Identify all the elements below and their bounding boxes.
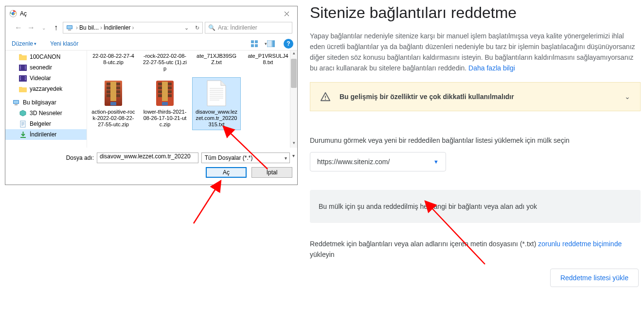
page-title: Sitenize bağlantıları reddetme [310,4,641,22]
pc-icon [66,24,73,32]
view-thumbnails-icon[interactable] [251,40,265,47]
filename-input[interactable]: disavow_www.lezzet.com.tr_20220 [97,153,198,163]
download-icon [19,131,27,138]
file-label: ate_P1VRSULJ48.txt [246,53,290,66]
disavow-page: Sitenize bağlantıları reddetme Yapay bağ… [310,4,641,287]
svg-rect-15 [15,104,18,105]
sidebar-item-label: seonedir [30,64,52,71]
file-label: 22-02-08-22-27-48-utc.zip [91,53,135,66]
section-label: Durumunu görmek veya yeni bir reddedilen… [310,136,570,144]
dropdown-icon: ▼ [433,159,439,165]
sidebar-item-3d[interactable]: 3D Nesneler [5,108,87,119]
property-value: https://www.siteniz.com/ [317,158,390,166]
page-description: Yapay bağlantılar nedeniyle sitenize kar… [310,31,641,73]
video-folder-icon [19,64,27,71]
organize-menu[interactable]: Düzenle▾ [9,39,39,49]
upload-button[interactable]: Reddetme listesi yükle [550,269,639,287]
file-label: ate_71XJB39SGZ.txt [195,53,238,66]
folder-icon [19,85,27,93]
warning-banner[interactable]: Bu gelişmiş bir özelliktir ve çok dikkat… [310,82,641,111]
sidebar-item-label: Belgeler [30,120,51,127]
file-item[interactable]: ate_P1VRSULJ48.txt [244,51,292,74]
sidebar-item-documents[interactable]: Belgeler [5,119,87,129]
cube-icon [19,109,27,117]
sidebar-item-100canon[interactable]: 100CANON [5,51,87,62]
property-select[interactable]: https://www.siteniz.com/ ▼ [310,152,446,171]
chevron-right-icon[interactable]: › [74,24,79,31]
file-item[interactable]: 22-02-08-22-27-48-utc.zip [89,51,138,74]
sidebar-item-label: Bu bilgisayar [23,99,56,106]
svg-rect-6 [255,40,258,43]
upload-instruction: Reddetmek için bağlantıları veya alan ad… [310,238,641,260]
search-placeholder: Ara: İndirilenler [218,24,257,31]
expand-icon[interactable]: ⌄ [625,93,630,101]
refresh-icon[interactable]: ↻ [192,25,202,31]
scroll-up-icon[interactable]: ▴ [290,51,297,58]
rar-icon [100,80,127,107]
nav-recent-icon[interactable]: ⌄ [38,25,49,31]
sidebar-item-thispc[interactable]: Bu bilgisayar [5,97,87,108]
scroll-down-icon[interactable]: ▾ [290,140,297,148]
breadcrumb-seg-1[interactable]: Bu bil... [79,24,99,31]
format-link[interactable]: zorunlu reddetme biçiminde [538,240,622,248]
file-open-dialog: Aç ← → ⌄ ↑ › Bu bil... › İndirilenler › … [5,6,298,185]
search-icon: 🔍 [208,24,215,31]
file-label: disavow_www.lezzet.com.tr_20220315.txt [195,109,238,128]
sidebar-item-yazzaryedek[interactable]: yazzaryedek [5,84,87,94]
chevron-right-icon[interactable]: › [99,24,104,31]
scroll-thumb[interactable] [291,59,297,88]
svg-rect-32 [325,96,326,98]
cancel-button[interactable]: İptal [251,167,292,178]
address-dropdown-icon[interactable]: ⌄ [181,25,192,31]
svg-rect-31 [162,102,168,105]
file-pane[interactable]: 22-02-08-22-27-48-utc.zip -rock-2022-02-… [87,51,297,148]
property-section: Durumunu görmek veya yeni bir reddedilen… [310,136,641,260]
file-item[interactable]: lower-thirds-2021-08-26-17-10-21-utc.zip [141,77,189,130]
file-item-selected[interactable]: disavow_www.lezzet.com.tr_20220315.txt [192,77,241,130]
file-label: -rock-2022-02-08-22-27-55-utc (1).zip [143,53,187,72]
learn-more-link[interactable]: Daha fazla bilgi [468,64,515,72]
sidebar-item-label: İndirilenler [30,131,56,138]
rar-icon [151,80,179,107]
sidebar-item-label: 100CANON [30,53,60,60]
svg-rect-9 [267,40,272,47]
warning-icon [320,91,331,102]
file-item[interactable]: action-positive-rock-2022-02-08-22-27-55… [89,77,138,130]
search-input[interactable]: 🔍 Ara: İndirilenler [205,22,292,34]
sidebar-item-label: 3D Nesneler [30,110,62,117]
close-button[interactable] [276,7,297,21]
open-button[interactable]: Aç [206,167,247,178]
sidebar-item-videolar[interactable]: Videolar [5,73,87,84]
nav-row: ← → ⌄ ↑ › Bu bil... › İndirilenler › ⌄ ↻… [5,21,297,37]
filetype-select[interactable]: Tüm Dosyalar (*.*) [201,153,290,163]
svg-line-34 [194,181,221,223]
svg-rect-3 [67,26,72,29]
chevron-right-icon[interactable]: › [130,24,135,31]
chevron-down-icon: ▾ [34,41,36,46]
preview-pane-icon[interactable] [267,40,281,47]
breadcrumb-seg-2[interactable]: İndirilenler [104,24,130,31]
help-icon[interactable]: ? [284,39,293,49]
svg-rect-24 [110,102,116,105]
folder-icon [19,53,27,61]
sidebar-item-label: yazzaryedek [30,85,62,92]
svg-rect-14 [14,101,18,103]
documents-icon [19,120,27,128]
empty-state: Bu mülk için şu anda reddedilmiş herhang… [310,190,641,223]
address-bar[interactable]: › Bu bil... › İndirilenler › ⌄ ↻ [63,22,203,34]
video-folder-icon [19,74,27,82]
file-item[interactable]: -rock-2022-02-08-22-27-55-utc (1).zip [141,51,189,74]
scrollbar[interactable]: ▴ ▾ [290,51,297,148]
file-item[interactable]: ate_71XJB39SGZ.txt [192,51,241,74]
sidebar-item-seonedir[interactable]: seonedir [5,62,87,73]
svg-rect-7 [251,44,254,47]
nav-up-icon[interactable]: ↑ [51,23,61,32]
txt-icon [203,80,230,107]
new-folder-button[interactable]: Yeni klasör [48,39,81,49]
svg-rect-30 [162,82,168,101]
pc-icon [12,99,20,106]
svg-rect-5 [251,40,254,43]
nav-back-icon[interactable]: ← [13,23,24,32]
sidebar-item-downloads[interactable]: İndirilenler [5,129,87,140]
svg-rect-23 [110,82,116,101]
